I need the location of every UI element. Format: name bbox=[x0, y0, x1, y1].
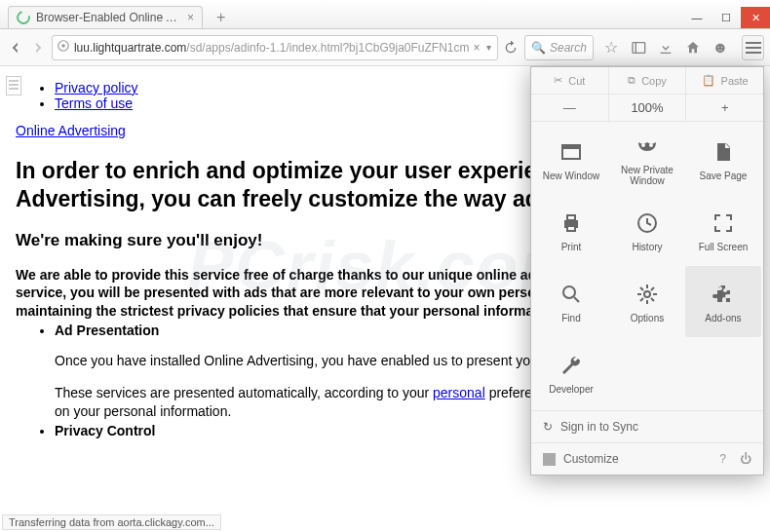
history-button[interactable]: History bbox=[609, 195, 685, 266]
svg-rect-9 bbox=[567, 215, 575, 220]
url-dropdown-icon[interactable]: ▾ bbox=[484, 42, 493, 53]
customize-icon bbox=[543, 453, 556, 466]
print-icon bbox=[558, 209, 585, 237]
gear-icon bbox=[634, 281, 661, 308]
svg-rect-3 bbox=[635, 42, 644, 53]
customize-button[interactable]: Customize bbox=[563, 452, 619, 466]
search-bar[interactable]: 🔍 Search bbox=[524, 35, 594, 60]
url-clear-icon[interactable]: × bbox=[470, 41, 484, 55]
zoom-level[interactable]: 100% bbox=[608, 95, 686, 121]
url-bar[interactable]: luu.lightquartrate.com/sd/apps/adinfo-1.… bbox=[52, 35, 498, 60]
tab-title: Browser-Enabled Online A... bbox=[36, 11, 181, 24]
developer-button[interactable]: Developer bbox=[533, 337, 609, 408]
zoom-out-button[interactable]: — bbox=[531, 95, 608, 121]
titlebar: Browser-Enabled Online A... × + — ☐ ✕ bbox=[0, 0, 770, 29]
wrench-icon bbox=[558, 352, 585, 379]
paste-icon: 📋 bbox=[702, 74, 715, 87]
options-button[interactable]: Options bbox=[609, 266, 685, 337]
site-identity-icon[interactable] bbox=[57, 39, 70, 56]
svg-point-7 bbox=[649, 143, 653, 147]
power-icon[interactable]: ⏻ bbox=[740, 452, 751, 466]
paste-button[interactable]: 📋Paste bbox=[685, 67, 763, 94]
home-icon[interactable] bbox=[683, 38, 703, 57]
zoom-in-button[interactable]: + bbox=[685, 95, 763, 121]
mask-icon bbox=[634, 133, 661, 160]
personal-link[interactable]: personal bbox=[433, 385, 485, 400]
cut-button[interactable]: ✂Cut bbox=[531, 67, 608, 94]
pocket-icon[interactable]: ☻ bbox=[711, 38, 730, 57]
browser-tab[interactable]: Browser-Enabled Online A... × bbox=[8, 6, 203, 28]
reading-list-icon[interactable] bbox=[629, 38, 648, 57]
window-icon bbox=[558, 138, 585, 166]
copy-icon: ⧉ bbox=[628, 74, 635, 87]
history-icon bbox=[634, 209, 661, 237]
toolbar-icons: ☆ ☻ bbox=[597, 38, 734, 57]
page-icon bbox=[710, 138, 737, 166]
navbar: luu.lightquartrate.com/sd/apps/adinfo-1.… bbox=[0, 29, 770, 66]
puzzle-icon bbox=[710, 281, 737, 308]
copy-button[interactable]: ⧉Copy bbox=[608, 67, 686, 94]
privacy-policy-link[interactable]: Privacy policy bbox=[55, 80, 138, 95]
svg-point-13 bbox=[644, 291, 650, 297]
tab-close-icon[interactable]: × bbox=[187, 11, 194, 24]
online-advertising-link[interactable]: Online Advertising bbox=[16, 123, 126, 138]
svg-rect-5 bbox=[562, 145, 580, 149]
app-menu-panel: ✂Cut ⧉Copy 📋Paste — 100% + New Window Ne… bbox=[530, 66, 764, 475]
tab-favicon bbox=[14, 8, 32, 26]
svg-point-1 bbox=[61, 44, 65, 48]
bookmark-star-icon[interactable]: ☆ bbox=[601, 38, 621, 57]
search-icon: 🔍 bbox=[531, 41, 546, 55]
print-button[interactable]: Print bbox=[533, 195, 609, 266]
find-icon bbox=[558, 281, 585, 308]
close-button[interactable]: ✕ bbox=[741, 7, 770, 28]
url-text: luu.lightquartrate.com/sd/apps/adinfo-1.… bbox=[74, 41, 470, 55]
forward-button[interactable] bbox=[28, 35, 47, 60]
full-screen-button[interactable]: Full Screen bbox=[685, 195, 761, 266]
save-page-button[interactable]: Save Page bbox=[685, 124, 761, 195]
hamburger-menu-button[interactable] bbox=[742, 35, 764, 60]
reload-button[interactable] bbox=[502, 35, 520, 60]
search-placeholder: Search bbox=[550, 41, 587, 55]
help-icon[interactable]: ? bbox=[719, 452, 726, 466]
svg-rect-10 bbox=[567, 226, 575, 231]
window-controls: — ☐ ✕ bbox=[682, 7, 770, 28]
sign-in-to-sync-button[interactable]: ↻ Sign in to Sync bbox=[531, 410, 763, 442]
terms-of-use-link[interactable]: Terms of use bbox=[55, 95, 133, 111]
new-private-window-button[interactable]: New Private Window bbox=[609, 124, 685, 195]
svg-point-6 bbox=[641, 143, 645, 147]
new-window-button[interactable]: New Window bbox=[533, 124, 609, 195]
status-bar: Transferring data from aorta.clickagy.co… bbox=[2, 514, 221, 530]
find-button[interactable]: Find bbox=[533, 266, 609, 337]
downloads-icon[interactable] bbox=[656, 38, 675, 57]
cut-icon: ✂ bbox=[554, 74, 562, 87]
maximize-button[interactable]: ☐ bbox=[712, 7, 741, 28]
reader-mode-icon[interactable] bbox=[6, 76, 21, 95]
new-tab-button[interactable]: + bbox=[209, 7, 233, 28]
svg-point-12 bbox=[563, 286, 575, 298]
menu-grid: New Window New Private Window Save Page … bbox=[531, 122, 763, 410]
addons-button[interactable]: Add-ons bbox=[685, 266, 761, 337]
fullscreen-icon bbox=[710, 209, 737, 237]
minimize-button[interactable]: — bbox=[682, 7, 712, 28]
back-button[interactable] bbox=[6, 35, 24, 60]
sync-icon: ↻ bbox=[543, 420, 553, 434]
